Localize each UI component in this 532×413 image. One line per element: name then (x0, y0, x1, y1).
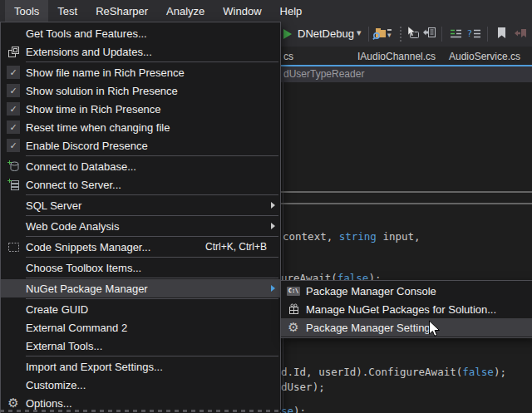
toolbar-separator (441, 27, 442, 42)
database-add-icon (1, 160, 26, 173)
code-text: ); (293, 405, 306, 413)
menu-separator (26, 194, 278, 195)
help-lines-icon[interactable]: ? (467, 27, 481, 43)
package-icon (281, 303, 306, 316)
menu-item-extensions[interactable]: Extensions and Updates... (1, 42, 280, 61)
toolbar-separator (487, 27, 488, 42)
previous-bookmark-icon[interactable] (514, 27, 529, 43)
menu-item-choose-toolbox[interactable]: Choose Toolbox Items... (1, 258, 280, 277)
menu-separator (26, 298, 278, 299)
menubar-item-test[interactable]: Test (48, 0, 86, 22)
menubar-item-tools[interactable]: Tools (5, 0, 48, 22)
code-keyword: string (339, 230, 377, 243)
menu-separator (26, 61, 278, 62)
menu-separator (26, 155, 278, 156)
menu-item-show-solution[interactable]: ✓ Show solution in Rich Presence (1, 81, 280, 100)
code-text: d.Id, userId).ConfigureAwait( (281, 366, 462, 378)
submenu-arrow-icon (265, 285, 280, 292)
gear-icon: ⚙ (1, 397, 26, 410)
checkmark-icon: ✓ (1, 66, 26, 79)
code-keyword: se (281, 405, 293, 413)
selection-pointer-icon[interactable] (406, 26, 420, 43)
menu-item-web-code-analysis[interactable]: Web Code Analysis (1, 217, 280, 235)
server-add-icon (1, 178, 26, 191)
toolbar-dotted-separator (400, 27, 403, 42)
menu-item-external-command-2[interactable]: External Command 2 (1, 318, 280, 337)
run-start-icon[interactable] (283, 29, 292, 39)
tools-menu: Get Tools and Features... Extensions and… (0, 22, 281, 413)
run-configuration-label[interactable]: DNetDebug (298, 27, 354, 40)
menu-item-customize[interactable]: Customize... (1, 376, 280, 394)
code-text: context, (283, 230, 339, 243)
code-line-cut: se); (281, 405, 306, 413)
menu-item-connect-server[interactable]: Connect to Server... (1, 175, 280, 194)
submenu-item-package-manager-settings[interactable]: ⚙ Package Manager Settings (281, 318, 532, 337)
submenu-arrow-icon (265, 202, 280, 209)
code-text: ); (494, 366, 506, 378)
vs-ide-window: { "colors": {"accent_blue": "#4f9cda", "… (0, 0, 532, 413)
svg-text:?: ? (467, 28, 472, 39)
menu-item-enable-discord[interactable]: ✓ Enable Discord Presence (1, 136, 280, 155)
outline-margin-line (283, 82, 283, 413)
mouse-cursor (428, 320, 441, 342)
menu-item-import-export[interactable]: Import and Export Settings... (1, 357, 280, 376)
menu-item-create-guid[interactable]: Create GUID (1, 300, 280, 318)
tab-partial-cs[interactable]: cs (283, 51, 293, 62)
menu-item-external-tools[interactable]: External Tools... (1, 337, 280, 355)
menubar-item-window[interactable]: Window (214, 0, 270, 22)
menu-item-code-snippets[interactable]: Code Snippets Manager... Ctrl+K, Ctrl+B (1, 238, 280, 256)
comment-lines-icon[interactable] (449, 27, 463, 43)
menu-item-reset-time[interactable]: ✓ Reset time when changing file (1, 118, 280, 136)
menu-bottom-clip-artifact (0, 410, 281, 412)
checkmark-icon: ✓ (1, 84, 26, 97)
menu-separator (26, 257, 278, 258)
run-config-chevron-down-icon[interactable]: ▾ (357, 27, 362, 38)
code-keyword: false (462, 366, 494, 378)
menu-separator (26, 356, 278, 356)
sync-document-icon[interactable] (422, 26, 436, 43)
editor-divider-line (281, 203, 532, 204)
menu-item-show-file-name[interactable]: ✓ Show file name in Rich Presence (1, 63, 280, 81)
checkmark-icon: ✓ (1, 139, 26, 152)
breadcrumb[interactable]: dUserTypeReader (283, 68, 364, 80)
menubar-item-analyze[interactable]: Analyze (157, 0, 214, 22)
console-icon: C:\ (281, 287, 306, 296)
menu-item-sql-server[interactable]: SQL Server (1, 196, 280, 214)
menu-item-connect-database[interactable]: Connect to Database... (1, 157, 280, 175)
code-line-configureawait: d.Id, userId).ConfigureAwait(false); (281, 366, 506, 378)
submenu-arrow-icon (265, 223, 280, 229)
menu-separator (26, 236, 278, 237)
code-text: input, (377, 230, 421, 243)
bookmark-icon[interactable] (495, 26, 508, 43)
code-line-user: dUser); (281, 381, 325, 393)
find-in-files-icon[interactable] (372, 26, 387, 44)
code-snippets-icon (1, 241, 26, 253)
menu-item-show-time[interactable]: ✓ Show time in Rich Presence (1, 100, 280, 118)
menu-separator (26, 278, 278, 278)
menu-item-nuget-package-manager[interactable]: NuGet Package Manager (1, 279, 280, 297)
tab-audioservice[interactable]: AudioService.cs (449, 51, 520, 62)
code-line-parameters: context, string input, (283, 230, 421, 243)
checkmark-icon: ✓ (1, 102, 26, 116)
menu-separator (26, 215, 278, 216)
shortcut-label: Ctrl+K, Ctrl+B (205, 241, 267, 253)
submenu-item-manage-nuget-packages[interactable]: Manage NuGet Packages for Solution... (281, 300, 532, 318)
menubar-item-help[interactable]: Help (271, 0, 312, 22)
toolbar-separator (368, 27, 369, 42)
extensions-icon (1, 46, 26, 58)
nuget-submenu: C:\ Package Manager Console Manage NuGet… (280, 280, 532, 338)
checkmark-icon: ✓ (1, 120, 26, 134)
editor-divider-line (281, 191, 532, 193)
menubar-item-resharper[interactable]: ReSharper (86, 0, 157, 22)
menu-item-get-tools[interactable]: Get Tools and Features... (1, 24, 280, 42)
menu-bar: Tools Test ReSharper Analyze Window Help (0, 0, 532, 22)
submenu-item-package-manager-console[interactable]: C:\ Package Manager Console (281, 282, 532, 300)
tab-iaudiochannel[interactable]: IAudioChannel.cs (357, 51, 436, 62)
gear-icon: ⚙ (281, 322, 306, 334)
find-options-chevron-down-icon[interactable]: ▾ (387, 29, 392, 38)
